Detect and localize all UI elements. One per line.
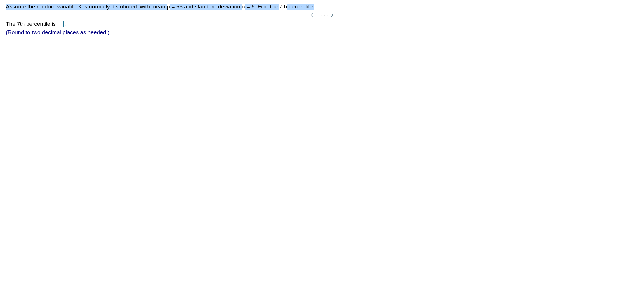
percentile-value: 7th xyxy=(279,4,287,10)
divider-expand-button[interactable]: . . . . . xyxy=(311,13,333,17)
mu-symbol: μ xyxy=(167,4,170,10)
question-part4: percentile. xyxy=(287,4,314,10)
question-part3: . Find the xyxy=(255,4,280,10)
percentile-answer-input[interactable] xyxy=(58,21,64,27)
question-part2: and standard deviation xyxy=(183,4,242,10)
sigma-value: = 6 xyxy=(245,4,255,10)
answer-area: The 7th percentile is . (Round to two de… xyxy=(6,20,638,37)
section-divider: . . . . . xyxy=(6,13,638,17)
question-text: Assume the random variable X is normally… xyxy=(6,4,638,13)
answer-line: The 7th percentile is . xyxy=(6,20,638,28)
question-part1: Assume the random variable X is normally… xyxy=(6,4,167,10)
answer-suffix: . xyxy=(64,21,66,27)
answer-prefix: The 7th percentile is xyxy=(6,21,57,27)
mu-value: = 58 xyxy=(170,4,183,10)
sigma-symbol: σ xyxy=(242,4,245,10)
rounding-instruction: (Round to two decimal places as needed.) xyxy=(6,28,638,37)
